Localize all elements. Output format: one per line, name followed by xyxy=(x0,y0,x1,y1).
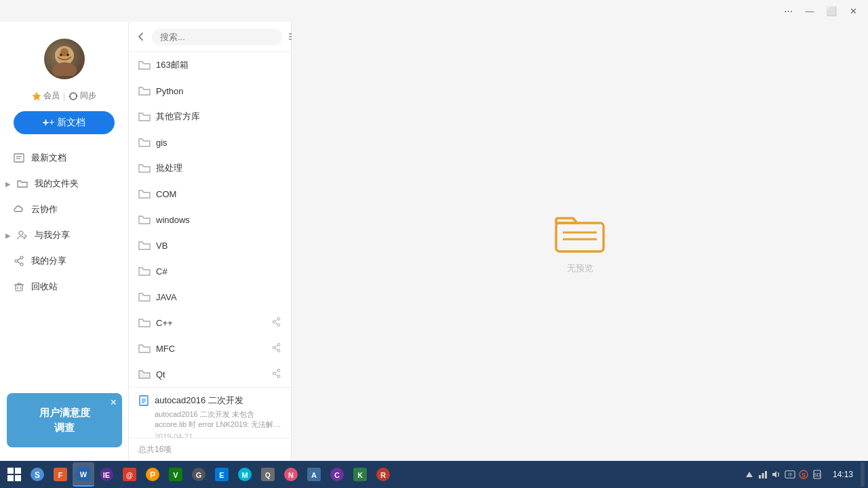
taskbar-app4[interactable]: IE xyxy=(96,462,117,487)
taskbar-app14[interactable]: C xyxy=(326,462,348,487)
banner-close[interactable]: ✕ xyxy=(110,396,117,409)
file-panel-header xyxy=(129,22,291,52)
svg-text:@: @ xyxy=(126,472,133,479)
taskbar-app15[interactable]: K xyxy=(349,462,371,487)
svg-point-12 xyxy=(19,231,23,235)
avatar[interactable] xyxy=(44,39,85,79)
preview-area: 无预览 xyxy=(292,22,868,461)
folder-icon-com xyxy=(138,188,151,200)
folder-item-cpp[interactable]: C++ xyxy=(129,310,291,336)
minimize-button[interactable]: — xyxy=(802,3,818,19)
taskbar-app1[interactable]: S xyxy=(26,462,48,487)
tray-up-arrow[interactable] xyxy=(744,469,755,480)
taskbar-app2[interactable]: F xyxy=(50,462,71,487)
folder-item-java[interactable]: JAVA xyxy=(129,284,291,310)
svg-point-1 xyxy=(52,62,77,76)
restore-button[interactable]: ⬜ xyxy=(823,3,840,19)
app6-icon: P xyxy=(144,466,161,483)
folder-item-windows[interactable]: windows xyxy=(129,207,291,232)
svg-line-17 xyxy=(18,262,20,264)
sidebar-item-recent-label: 最新文档 xyxy=(31,152,66,164)
taskbar-start-button[interactable] xyxy=(3,462,25,487)
app15-icon: K xyxy=(352,466,368,483)
svg-point-25 xyxy=(277,317,280,320)
sync-link[interactable]: 同步 xyxy=(68,90,96,102)
member-label: 会员 xyxy=(43,90,60,102)
folder-item-mfc[interactable]: MFC xyxy=(129,336,291,361)
show-desktop-button[interactable] xyxy=(861,462,865,487)
taskbar-app5[interactable]: @ xyxy=(119,462,140,487)
taskbar-clock[interactable]: 14:13 xyxy=(829,469,856,481)
taskbar-app12[interactable]: N xyxy=(280,462,302,487)
taskbar-app11[interactable]: Q xyxy=(257,462,279,487)
avatar-area xyxy=(0,28,128,86)
folder-icon-windows xyxy=(138,214,151,226)
taskbar-app13[interactable]: A xyxy=(303,462,325,487)
folder-item-com[interactable]: COM xyxy=(129,181,291,207)
file-list: 163邮箱 Python 其他官方库 gis xyxy=(129,52,291,438)
sidebar: 会员 | 同步 + + 新文档 最新文档 我的文件 xyxy=(0,22,129,461)
new-doc-icon: + xyxy=(43,117,49,129)
taskbar-app16[interactable]: R xyxy=(372,462,394,487)
sidebar-item-my-folder[interactable]: 我的文件夹 ▶ xyxy=(0,171,128,197)
tray-security-icon[interactable]: S xyxy=(798,469,809,480)
sidebar-item-shared-with-me[interactable]: 与我分享 ▶ xyxy=(0,222,128,248)
sidebar-item-recycle[interactable]: 回收站 xyxy=(0,274,128,300)
search-input[interactable] xyxy=(152,28,282,45)
app13-icon: A xyxy=(306,466,322,483)
folder-item-python[interactable]: Python xyxy=(129,78,291,104)
back-button[interactable] xyxy=(136,27,146,46)
sidebar-item-my-folder-label: 我的文件夹 xyxy=(35,178,79,190)
member-link[interactable]: 会员 xyxy=(32,90,60,102)
shared-with-me-arrow: ▶ xyxy=(5,232,11,239)
svg-text:V: V xyxy=(173,471,178,479)
sidebar-item-cloud[interactable]: 云协作 xyxy=(0,197,128,222)
taskbar-app8[interactable]: G xyxy=(188,462,210,487)
svg-text:M: M xyxy=(241,471,248,479)
sidebar-item-my-share[interactable]: 我的分享 xyxy=(0,248,128,274)
taskbar-app7[interactable]: V xyxy=(165,462,186,487)
taskbar-app9[interactable]: E xyxy=(211,462,233,487)
svg-line-28 xyxy=(275,319,278,321)
folder-item-csharp[interactable]: C# xyxy=(129,258,291,284)
svg-text:N: N xyxy=(288,471,294,479)
tray-network-icon[interactable] xyxy=(757,469,768,480)
folder-name-com: COM xyxy=(156,189,281,199)
taskbar-tray: 中 S SD xyxy=(738,469,828,480)
svg-rect-49 xyxy=(7,475,14,481)
svg-point-14 xyxy=(15,260,18,262)
tray-input-icon[interactable]: 中 xyxy=(785,469,795,480)
taskbar-app10[interactable]: M xyxy=(234,462,256,487)
folder-name-vb: VB xyxy=(156,241,281,251)
folder-name-other: 其他官方库 xyxy=(156,110,281,123)
svg-text:SD: SD xyxy=(814,472,821,477)
sidebar-item-recent[interactable]: 最新文档 xyxy=(0,145,128,171)
folder-name-java: JAVA xyxy=(156,292,281,302)
folder-item-qt[interactable]: Qt xyxy=(129,361,291,387)
folder-item-gis[interactable]: gis xyxy=(129,129,291,155)
doc-item-title-area: autocad2016 二次开发 xyxy=(138,394,281,407)
svg-line-29 xyxy=(275,322,278,324)
doc-item-autocad[interactable]: autocad2016 二次开发 autocad2016 二次开发 未包含 ac… xyxy=(129,387,291,438)
taskbar-app3[interactable]: W xyxy=(73,462,94,487)
tray-volume-icon[interactable] xyxy=(771,469,782,480)
svg-text:中: 中 xyxy=(787,472,792,478)
svg-text:Q: Q xyxy=(265,472,271,479)
taskbar-app6[interactable]: P xyxy=(142,462,163,487)
windows-logo-icon xyxy=(6,466,22,483)
svg-point-35 xyxy=(277,369,280,371)
new-doc-button[interactable]: + + 新文档 xyxy=(14,111,115,134)
sidebar-banner[interactable]: ✕ 用户满意度 调查 xyxy=(7,393,122,447)
svg-rect-85 xyxy=(762,473,764,479)
folder-item-vb[interactable]: VB xyxy=(129,232,291,258)
folder-item-batch[interactable]: 批处理 xyxy=(129,155,291,181)
folder-item-163[interactable]: 163邮箱 xyxy=(129,52,291,78)
close-button[interactable]: ✕ xyxy=(845,3,861,19)
more-button[interactable]: ⋯ xyxy=(780,3,796,19)
tray-security2-icon[interactable]: SD xyxy=(812,469,823,480)
svg-marker-6 xyxy=(33,92,41,100)
svg-point-36 xyxy=(273,372,275,375)
app4-icon: IE xyxy=(98,466,115,483)
svg-point-32 xyxy=(277,349,280,352)
folder-item-other[interactable]: 其他官方库 xyxy=(129,104,291,129)
